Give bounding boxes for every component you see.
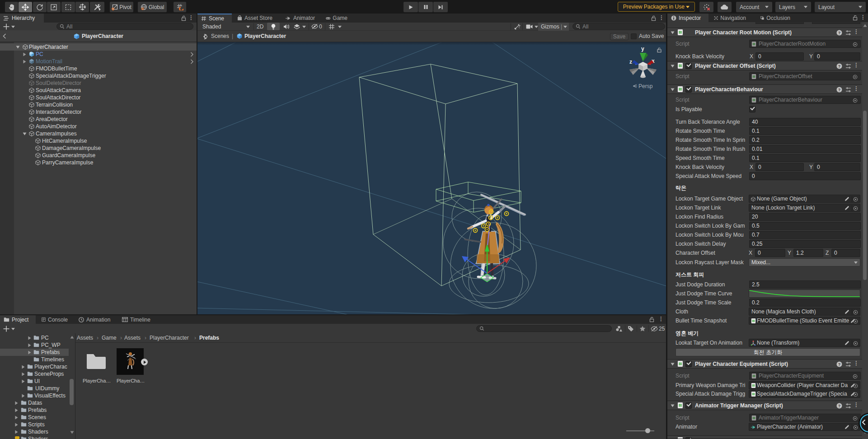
- svg-text:?: ?: [838, 404, 841, 408]
- svg-text:Persp: Persp: [638, 83, 653, 89]
- svg-text:z: z: [629, 59, 632, 65]
- svg-text:?: ?: [838, 31, 841, 35]
- svg-text:?: ?: [838, 64, 841, 69]
- svg-text:y: y: [641, 46, 644, 52]
- svg-text:?: ?: [838, 88, 841, 92]
- svg-text:?: ?: [838, 362, 841, 367]
